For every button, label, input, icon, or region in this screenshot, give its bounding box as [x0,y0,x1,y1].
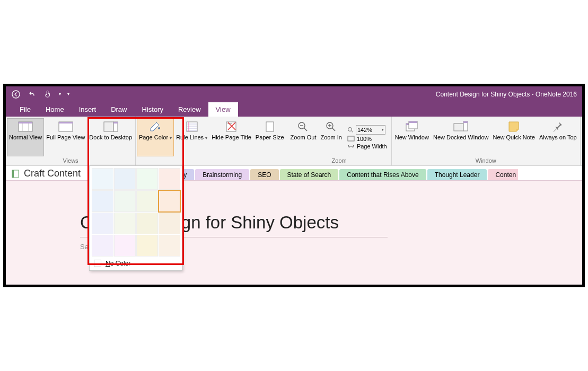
color-swatch[interactable] [159,190,180,212]
color-swatch[interactable] [92,213,113,234]
new-window-icon [404,120,420,133]
page-color-button[interactable]: Page Color ▾ [137,118,174,156]
section-tab[interactable]: Brainstorming [195,169,249,180]
color-swatch[interactable] [92,235,113,257]
svg-rect-6 [59,122,73,123]
page-color-label: Page Color [139,134,168,140]
normal-view-label: Normal View [9,134,42,142]
color-swatch[interactable] [159,213,180,234]
magnifier-icon [347,127,354,133]
full-page-view-icon [58,120,74,133]
rect-icon [347,136,355,142]
notebook-dropdown[interactable]: Craft Content [11,168,96,179]
undo-button[interactable] [27,90,37,99]
new-quick-note-label: New Quick Note [493,134,534,142]
tab-history[interactable]: History [135,102,171,117]
svg-point-0 [12,91,20,98]
color-swatch[interactable] [114,213,136,234]
zoom-in-icon [323,120,339,133]
svg-point-10 [158,127,160,129]
color-swatch[interactable] [114,168,136,190]
svg-rect-9 [113,122,118,123]
dock-to-desktop-icon [103,120,119,133]
rule-lines-button[interactable]: Rule Lines ▾ [174,118,209,156]
page-width-label: Page Width [357,143,387,149]
chevron-down-icon: ▾ [382,128,384,132]
new-quick-note-button[interactable]: New Quick Note [490,118,537,156]
svg-line-26 [332,128,335,131]
color-swatch[interactable] [136,235,158,257]
color-swatch[interactable] [92,190,113,212]
no-color-label: o Color [110,260,131,267]
hide-page-title-icon [223,120,239,133]
normal-view-icon [17,120,33,133]
notebook-icon [11,169,21,179]
color-swatch[interactable] [92,168,113,190]
always-on-top-label: Always on Top [539,134,577,142]
group-window-label: Window [393,156,579,165]
zoom-100-row[interactable]: 100% [347,136,387,142]
zoom-out-icon [295,120,311,133]
page-width-row[interactable]: Page Width [347,143,387,149]
svg-point-29 [348,128,352,131]
full-page-view-button[interactable]: Full Page View [44,118,87,156]
zoom-out-label: Zoom Out [291,134,317,142]
zoom-in-label: Zoom In [321,134,342,142]
color-swatch[interactable] [159,235,180,257]
touch-mode-caret-icon: ▾ [59,92,61,96]
group-zoom: Zoom Out Zoom In 142%▾ [287,117,392,165]
ribbon-tab-row: File Home Insert Draw History Review Vie… [6,102,582,117]
color-swatch-grid [92,168,180,257]
tab-review[interactable]: Review [171,102,208,117]
zoom-in-button[interactable]: Zoom In [319,118,344,156]
color-swatch[interactable] [136,190,158,212]
no-color-swatch-icon [94,260,101,267]
color-swatch[interactable] [136,213,158,234]
tab-insert[interactable]: Insert [72,102,104,117]
paper-size-icon [262,120,278,133]
svg-rect-39 [463,121,468,123]
color-swatch[interactable] [136,168,158,190]
always-on-top-button[interactable]: Always on Top [537,118,579,156]
new-docked-window-label: New Docked Window [433,134,489,142]
zoom-value: 142% [357,127,372,133]
svg-rect-21 [266,122,274,131]
tab-draw[interactable]: Draw [103,102,134,117]
rule-lines-label: Rule Lines [176,134,204,140]
tab-home[interactable]: Home [38,102,72,117]
paper-size-button[interactable]: Paper Size [253,118,286,156]
section-tab[interactable]: SEO [250,169,278,180]
color-swatch[interactable] [159,168,180,190]
new-docked-window-button[interactable]: New Docked Window [431,118,491,156]
back-button[interactable] [11,90,21,99]
zoom-out-button[interactable]: Zoom Out [288,118,319,156]
qat-customize-caret-icon[interactable]: ▾ [67,92,69,96]
window-title: Content Design for Shiny Objects - OneNo… [436,91,577,98]
page-color-dropdown: No Color [89,165,182,271]
no-color-option[interactable]: No Color [92,257,180,268]
section-tab[interactable]: Conten [488,169,518,180]
group-page-setup: Page Color ▾ Rule Lines ▾ Hide Page Titl… [136,117,287,165]
section-tab[interactable]: Thought Leader [427,169,487,180]
tab-file[interactable]: File [12,102,38,117]
zoom-controls: 142%▾ 100% Page Width [344,118,390,156]
zoom-value-field[interactable]: 142%▾ [356,125,385,135]
new-window-button[interactable]: New Window [393,118,431,156]
color-swatch[interactable] [114,190,136,212]
dock-to-desktop-button[interactable]: Dock to Desktop [87,118,134,156]
new-docked-window-icon [453,120,469,133]
touch-mode-button[interactable] [43,90,52,99]
color-swatch[interactable] [114,235,136,257]
section-tab[interactable]: Content that Rises Above [339,169,426,180]
rule-lines-icon [184,120,200,133]
svg-rect-11 [187,122,197,131]
zoom-100-label: 100% [357,136,372,142]
svg-rect-36 [409,121,417,123]
section-tab[interactable]: State of Search [280,169,339,180]
hide-page-title-button[interactable]: Hide Page Title [209,118,253,156]
normal-view-button[interactable]: Normal View [7,118,44,156]
tab-view[interactable]: View [208,102,238,117]
quick-note-icon [506,120,522,133]
svg-rect-2 [19,122,32,123]
svg-rect-31 [348,136,354,141]
